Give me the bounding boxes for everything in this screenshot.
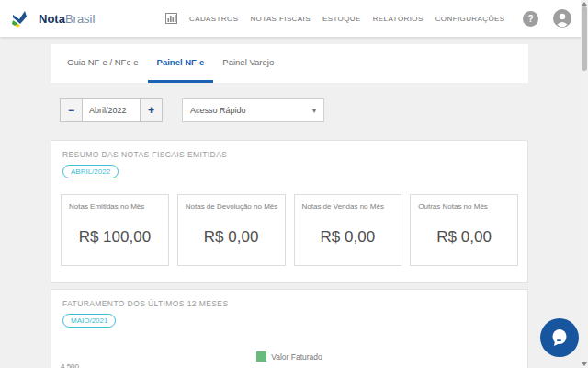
bar-chart-icon: [165, 13, 177, 24]
chat-bubble-icon: [550, 328, 569, 347]
stat-label: Notas Emitidas no Mês: [69, 202, 144, 211]
stat-value: R$ 100,00: [62, 228, 168, 247]
menu-item-configuracoes[interactable]: CONFIGURAÇÕES: [435, 15, 505, 23]
menu-item-estoque[interactable]: ESTOQUE: [322, 15, 361, 23]
stat-card-vendas: Notas de Vendas no Mês R$ 0,00: [294, 194, 402, 266]
brand-name: NotaBrasil: [39, 12, 95, 26]
stat-value: R$ 0,00: [411, 228, 517, 247]
notabrasil-logo-icon: [11, 9, 33, 28]
chart-legend: Valor Faturado: [51, 351, 527, 362]
resumo-panel: RESUMO DAS NOTAS FISCAIS EMITIDAS ABRIL/…: [51, 140, 528, 283]
menu-item-notas-fiscais[interactable]: NOTAS FISCAIS: [250, 15, 311, 23]
resumo-title: RESUMO DAS NOTAS FISCAIS EMITIDAS: [62, 150, 227, 159]
brand-logo[interactable]: NotaBrasil: [11, 0, 95, 37]
scrollbar-thumb[interactable]: [582, 6, 587, 71]
scroll-up-arrow[interactable]: [582, 2, 587, 6]
chat-support-button[interactable]: [540, 318, 579, 357]
stat-label: Notas de Devolução no Mês: [186, 202, 278, 211]
stat-card-emitidas: Notas Emitidas no Mês R$ 100,00: [61, 194, 169, 266]
tab-guia-nfe-nfce[interactable]: Guia NF-e / NFc-e: [58, 44, 148, 83]
period-plus-button[interactable]: +: [141, 98, 163, 122]
stat-row: Notas Emitidas no Mês R$ 100,00 Notas de…: [61, 194, 518, 266]
help-icon[interactable]: ?: [523, 11, 538, 27]
stat-label: Notas de Vendas no Mês: [302, 202, 384, 211]
resumo-month-badge: ABRIL/2022: [62, 165, 119, 178]
stat-card-devolucao: Notas de Devolução no Mês R$ 0,00: [177, 194, 286, 266]
period-stepper: − +: [60, 98, 163, 122]
period-input[interactable]: [82, 98, 141, 122]
person-icon: [553, 9, 571, 28]
stat-value: R$ 0,00: [178, 228, 285, 247]
header-actions: ?: [523, 0, 571, 37]
tab-painel-varejo[interactable]: Painel Varejo: [213, 44, 283, 83]
dashboard-menu-item[interactable]: [165, 13, 177, 24]
faturamento-title: FATURAMENTO DOS ÚLTIMOS 12 MESES: [62, 299, 228, 308]
menu-item-relatorios[interactable]: RELATÓRIOS: [373, 15, 424, 23]
scroll-down-arrow[interactable]: [582, 362, 587, 366]
profile-icon[interactable]: [553, 9, 571, 28]
menu-item-cadastros[interactable]: CADASTROS: [189, 15, 238, 23]
quick-access-value: Acesso Rápido: [190, 106, 246, 115]
tabs-strip: Guia NF-e / NFc-e Painel NF-e Painel Var…: [51, 44, 528, 83]
main-menu: CADASTROS NOTAS FISCAIS ESTOQUE RELATÓRI…: [165, 0, 505, 37]
chevron-down-icon: ▾: [312, 107, 316, 115]
y-axis-tick: 4.500: [61, 362, 79, 368]
faturamento-panel: FATURAMENTO DOS ÚLTIMOS 12 MESES MAIO/20…: [51, 289, 528, 368]
top-header: NotaBrasil CADASTROS NOTAS FISCAIS ESTOQ…: [0, 0, 588, 37]
tab-painel-nfe[interactable]: Painel NF-e: [148, 44, 214, 83]
period-minus-button[interactable]: −: [60, 98, 82, 122]
page-scrollbar[interactable]: [581, 0, 588, 368]
quick-access-select[interactable]: Acesso Rápido ▾: [182, 98, 324, 122]
legend-label: Valor Faturado: [271, 352, 322, 362]
stat-label: Outras Notas no Mês: [418, 202, 488, 211]
stat-card-outras: Outras Notas no Mês R$ 0,00: [410, 194, 518, 266]
filter-row: − + Acesso Rápido ▾: [51, 98, 528, 124]
legend-color-swatch: [256, 351, 266, 362]
faturamento-month-badge: MAIO/2021: [62, 314, 116, 328]
stat-value: R$ 0,00: [295, 228, 401, 247]
